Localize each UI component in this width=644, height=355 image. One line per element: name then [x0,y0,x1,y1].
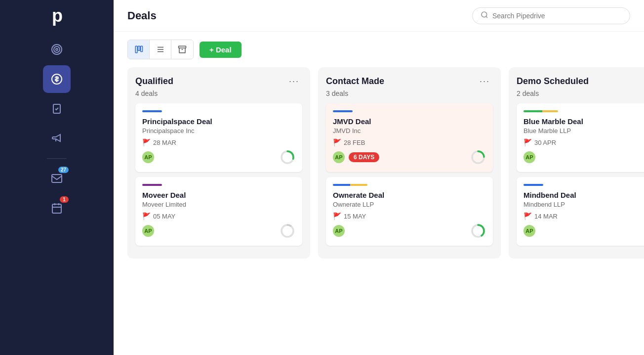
progress-ownerate [470,223,486,239]
deal-date-text-jmvd: 28 FEB [344,139,365,146]
logo-text: p [52,5,62,26]
kanban-view-button[interactable] [128,40,150,59]
deal-card-jmvd[interactable]: JMVD Deal JMVD Inc 🚩 28 FEB AP 6 DAYS [326,103,493,172]
deal-footer-mindbend: AP [523,223,644,239]
svg-rect-11 [179,46,186,48]
deal-date-ownerate: 🚩 15 MAY [333,212,486,220]
list-view-button[interactable] [150,40,171,59]
search-box[interactable] [472,7,630,24]
deal-company-moveer: Moveer Limited [142,201,295,208]
deal-date-moveer: 🚩 05 MAY [142,212,295,220]
sidebar-logo: p [0,0,114,32]
view-toggle [127,40,194,59]
column-qualified-count: 4 deals [135,89,302,97]
svg-point-7 [482,12,487,17]
sidebar-nav: 27 1 [0,32,114,226]
list-icon [156,45,165,54]
avatar-jmvd: AP [333,151,345,163]
deal-title-principalspace: Principalspace Deal [142,117,295,126]
sidebar-item-tasks[interactable] [43,95,71,123]
svg-point-2 [56,48,58,50]
column-contact-made-count: 3 deals [326,89,493,97]
search-icon [481,11,488,21]
sidebar-item-calendar[interactable]: 1 [43,194,71,222]
column-demo-scheduled-header: Demo Scheduled ··· [517,75,644,88]
deal-footer-moveer: AP [142,223,295,239]
column-qualified-header: Qualified ··· [135,75,302,88]
sidebar-item-target[interactable] [43,36,71,63]
column-contact-made-more-button[interactable]: ··· [477,75,493,88]
svg-rect-6 [52,204,61,213]
kanban-icon [134,45,143,54]
megaphone-icon [51,133,63,144]
mail-icon [51,173,63,184]
calendar-icon [51,202,63,214]
deal-card-principalspace[interactable]: Principalspace Deal Principalspace Inc 🚩… [135,103,302,172]
sidebar-item-mail[interactable]: 27 [43,165,71,192]
header: Deals [114,0,644,32]
progress-moveer [280,223,295,239]
deal-date-jmvd: 🚩 28 FEB [333,138,486,146]
svg-rect-10 [140,46,142,51]
deal-card-blue-marble[interactable]: Blue Marble Deal Blue Marble LLP 🚩 30 AP… [517,103,644,172]
deal-date-text-ownerate: 15 MAY [344,213,366,220]
column-qualified-more-button[interactable]: ··· [286,75,302,88]
toolbar: + Deal [114,32,644,67]
target-icon [51,44,63,55]
deal-date-text-mindbend: 14 MAR [534,213,558,220]
deal-date-blue-marble: 🚩 30 APR [523,138,644,146]
deal-title-mindbend: Mindbend Deal [523,191,644,199]
dollar-icon [51,73,63,85]
sidebar-item-campaigns[interactable] [43,125,71,152]
flag-icon-blue-marble: 🚩 [523,138,532,146]
deal-bar-blue-marble [523,110,558,112]
deal-company-mindbend: Mindbend LLP [523,201,644,208]
svg-rect-9 [138,46,140,50]
deal-bar-mindbend [523,184,543,186]
deal-footer-jmvd: AP 6 DAYS [333,149,486,165]
kanban-board: Qualified ··· 4 deals Principalspace Dea… [114,67,644,355]
deal-date-text-principalspace: 28 MAR [153,139,176,146]
svg-rect-8 [135,46,137,53]
search-input[interactable] [492,12,622,20]
column-demo-scheduled: Demo Scheduled ··· 2 deals Blue Marble D… [509,67,644,259]
svg-point-14 [282,225,293,237]
deal-bar-principalspace [142,110,162,112]
page-title: Deals [127,9,157,22]
progress-jmvd [470,149,486,165]
deal-bar-jmvd [333,110,353,112]
column-contact-made: Contact Made ··· 3 deals JMVD Deal JMVD … [318,67,501,259]
deal-card-ownerate[interactable]: Ownerate Deal Ownerate LLP 🚩 15 MAY AP [326,177,493,246]
sidebar-item-deals[interactable] [43,65,71,93]
column-qualified: Qualified ··· 4 deals Principalspace Dea… [127,67,310,259]
deal-date-mindbend: 🚩 14 MAR [523,212,644,220]
deal-date-principalspace: 🚩 28 MAR [142,138,295,146]
box-view-button[interactable] [171,40,193,59]
column-contact-made-header: Contact Made ··· [326,75,493,88]
svg-point-1 [54,46,60,52]
deal-card-mindbend[interactable]: Mindbend Deal Mindbend LLP 🚩 14 MAR AP [517,177,644,246]
mail-badge: 27 [58,167,69,173]
deal-company-jmvd: JMVD Inc [333,127,486,134]
deal-date-text-moveer: 05 MAY [153,213,175,220]
avatar-principalspace: AP [142,151,154,163]
archive-icon [178,45,187,54]
deal-company-ownerate: Ownerate LLP [333,201,486,208]
overdue-badge-jmvd: 6 DAYS [349,152,379,162]
deal-title-blue-marble: Blue Marble Deal [523,117,644,126]
flag-icon-ownerate: 🚩 [333,212,341,220]
calendar-badge: 1 [60,196,69,203]
clipboard-check-icon [51,103,63,115]
deal-title-ownerate: Ownerate Deal [333,191,486,199]
flag-icon-jmvd: 🚩 [333,138,341,146]
deal-card-moveer[interactable]: Moveer Deal Moveer Limited 🚩 05 MAY AP [135,177,302,246]
column-demo-scheduled-title: Demo Scheduled [517,76,589,87]
progress-principalspace [280,149,295,165]
avatar-mindbend: AP [523,225,535,237]
flag-icon-moveer: 🚩 [142,212,151,220]
flag-icon-mindbend: 🚩 [523,212,532,220]
add-deal-button[interactable]: + Deal [200,42,242,58]
sidebar-divider [47,158,67,159]
column-contact-made-title: Contact Made [326,76,384,87]
column-demo-scheduled-count: 2 deals [517,89,644,97]
